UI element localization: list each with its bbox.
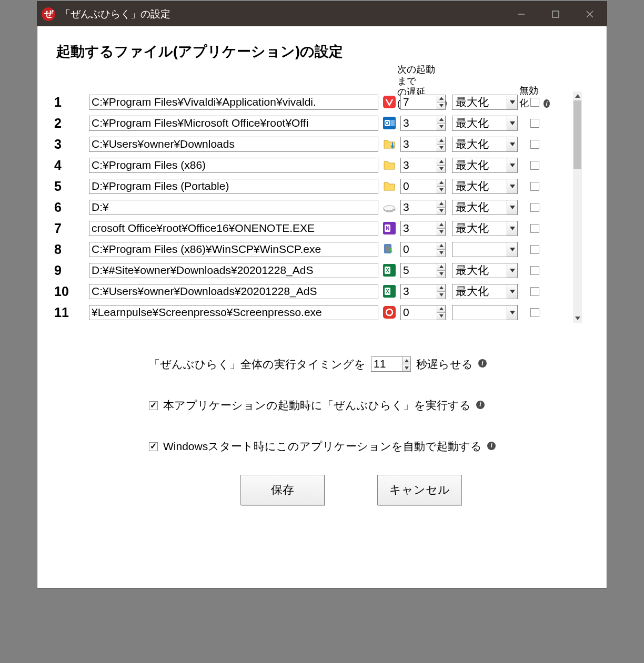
spinner-down-icon[interactable]: [437, 291, 445, 299]
spinner-up-icon[interactable]: [437, 158, 445, 165]
info-icon[interactable]: i: [478, 359, 487, 368]
svg-marker-40: [405, 366, 409, 370]
delay-spinner[interactable]: 0: [400, 179, 446, 194]
spinner-up-icon[interactable]: [437, 221, 445, 228]
save-button[interactable]: 保存: [240, 475, 325, 505]
filepath-input[interactable]: [89, 137, 378, 152]
chevron-down-icon[interactable]: [507, 242, 517, 257]
filepath-input[interactable]: [89, 284, 378, 299]
chevron-down-icon[interactable]: [507, 200, 517, 215]
disable-checkbox[interactable]: [530, 224, 539, 233]
spinner-down-icon[interactable]: [402, 364, 410, 371]
chevron-down-icon[interactable]: [507, 263, 517, 278]
spinner-down-icon[interactable]: [437, 312, 445, 320]
scroll-down-icon[interactable]: [573, 314, 582, 323]
chevron-down-icon[interactable]: [507, 158, 517, 172]
spinner-down-icon[interactable]: [437, 249, 445, 257]
file-row: 43最大化: [54, 155, 570, 176]
delay-spinner[interactable]: 5: [400, 263, 446, 278]
spinner-up-icon[interactable]: [437, 179, 445, 186]
spinner-up-icon[interactable]: [437, 284, 445, 291]
chevron-down-icon[interactable]: [507, 221, 517, 236]
spinner-down-icon[interactable]: [437, 102, 445, 109]
delay-spinner[interactable]: 7: [400, 95, 446, 110]
window-mode-select[interactable]: [452, 242, 518, 257]
window-mode-select[interactable]: 最大化: [452, 137, 518, 152]
disable-checkbox[interactable]: [530, 245, 539, 254]
global-delay-spinner[interactable]: 11: [371, 356, 411, 372]
delay-spinner[interactable]: 0: [400, 305, 446, 320]
disable-checkbox[interactable]: [530, 161, 539, 170]
disable-checkbox[interactable]: [530, 287, 539, 296]
minimize-button[interactable]: [504, 2, 538, 26]
window-mode-select[interactable]: [452, 305, 518, 320]
scroll-up-icon[interactable]: [573, 91, 582, 100]
filepath-input[interactable]: [89, 158, 378, 173]
spinner-down-icon[interactable]: [437, 270, 445, 278]
filepath-input[interactable]: [89, 305, 378, 320]
chevron-down-icon[interactable]: [507, 137, 517, 151]
window-mode-select[interactable]: 最大化: [452, 116, 518, 131]
row-index: 5: [54, 179, 89, 194]
delay-spinner[interactable]: 3: [400, 158, 446, 173]
delay-spinner[interactable]: 3: [400, 116, 446, 131]
spinner-up-icon[interactable]: [437, 263, 445, 270]
filepath-input[interactable]: [89, 263, 378, 278]
filepath-input[interactable]: [89, 179, 378, 194]
window-mode-select[interactable]: 最大化: [452, 95, 518, 110]
window-mode-select[interactable]: 最大化: [452, 263, 518, 278]
delay-spinner[interactable]: 0: [400, 242, 446, 257]
scroll-thumb[interactable]: [573, 100, 581, 169]
filepath-input[interactable]: [89, 221, 378, 236]
file-row: 95最大化: [54, 260, 570, 281]
spinner-up-icon[interactable]: [437, 137, 445, 144]
window-mode-select[interactable]: 最大化: [452, 200, 518, 215]
window-mode-select[interactable]: 最大化: [452, 221, 518, 236]
spinner-up-icon[interactable]: [437, 200, 445, 207]
spinner-down-icon[interactable]: [437, 186, 445, 193]
filepath-input[interactable]: [89, 242, 378, 257]
chevron-down-icon[interactable]: [507, 116, 517, 130]
disable-checkbox[interactable]: [530, 308, 539, 317]
window-mode-select[interactable]: 最大化: [452, 179, 518, 194]
info-icon[interactable]: i: [487, 442, 496, 450]
spinner-up-icon[interactable]: [437, 116, 445, 123]
run-on-win-start-checkbox[interactable]: [149, 442, 158, 451]
filepath-input[interactable]: [89, 200, 378, 215]
chevron-down-icon[interactable]: [507, 95, 517, 109]
info-icon[interactable]: i: [476, 401, 485, 409]
spinner-up-icon[interactable]: [402, 357, 410, 364]
disable-checkbox[interactable]: [530, 119, 539, 128]
disable-checkbox[interactable]: [530, 140, 539, 149]
spinner-up-icon[interactable]: [437, 95, 445, 102]
spinner-down-icon[interactable]: [437, 165, 445, 172]
spinner-up-icon[interactable]: [437, 305, 445, 312]
row-index: 8: [54, 242, 89, 257]
delay-spinner[interactable]: 3: [400, 137, 446, 152]
filepath-input[interactable]: [89, 116, 378, 131]
delay-spinner[interactable]: 3: [400, 200, 446, 215]
disable-checkbox[interactable]: [530, 203, 539, 212]
delay-spinner[interactable]: 3: [400, 284, 446, 299]
spinner-down-icon[interactable]: [437, 207, 445, 215]
spinner-up-icon[interactable]: [437, 242, 445, 249]
spinner-down-icon[interactable]: [437, 228, 445, 236]
delay-spinner[interactable]: 3: [400, 221, 446, 236]
disable-checkbox[interactable]: [530, 266, 539, 275]
maximize-button[interactable]: [538, 2, 572, 26]
run-on-app-start-checkbox[interactable]: [149, 401, 158, 410]
spinner-down-icon[interactable]: [437, 123, 445, 130]
close-button[interactable]: [572, 2, 607, 26]
window-mode-select[interactable]: 最大化: [452, 284, 518, 299]
disable-checkbox[interactable]: [530, 98, 539, 107]
chevron-down-icon[interactable]: [507, 284, 517, 299]
filepath-input[interactable]: [89, 95, 378, 110]
spinner-down-icon[interactable]: [437, 144, 445, 151]
chevron-down-icon[interactable]: [507, 305, 517, 320]
cancel-button[interactable]: キャンセル: [377, 475, 461, 505]
chevron-down-icon[interactable]: [507, 179, 517, 193]
disable-checkbox[interactable]: [530, 182, 539, 191]
scrollbar[interactable]: [573, 91, 582, 323]
window-mode-select[interactable]: 最大化: [452, 158, 518, 173]
options-area: 「ぜんぶひらく」全体の実行タイミングを 11 秒遅らせる i 本アプリケーション…: [149, 356, 590, 505]
